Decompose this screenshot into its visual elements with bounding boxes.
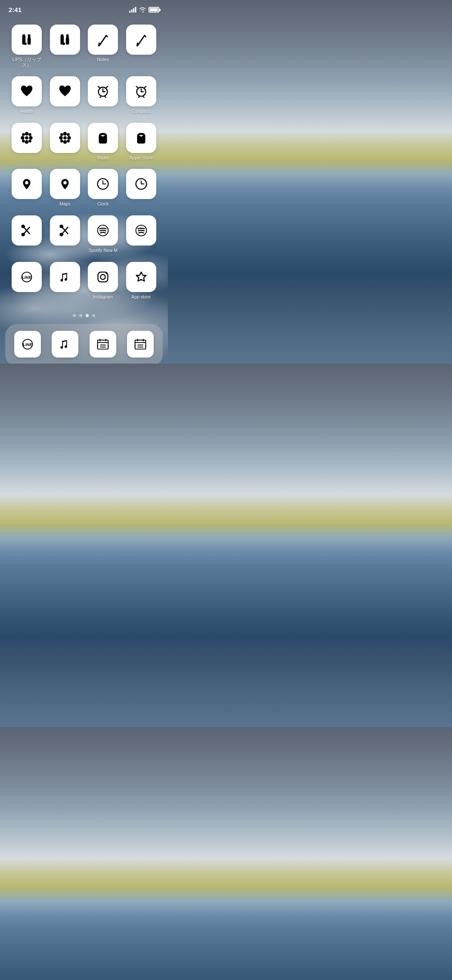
svg-line-22 xyxy=(144,36,146,37)
maps-icon-1[interactable] xyxy=(12,169,42,199)
dock-line-icon[interactable]: LINE xyxy=(14,331,41,358)
app-flower-2[interactable] xyxy=(46,119,84,164)
capcut-icon-2[interactable] xyxy=(50,215,80,246)
svg-point-35 xyxy=(21,136,25,140)
app-maps-1[interactable] xyxy=(8,165,46,210)
svg-rect-12 xyxy=(61,34,63,37)
svg-point-36 xyxy=(29,136,33,140)
spotify-icon-2[interactable] xyxy=(126,215,156,246)
app-wallet[interactable]: Wallet xyxy=(84,119,122,164)
dock-calendar-icon-1[interactable] xyxy=(90,331,116,358)
capcut-icon-1[interactable] xyxy=(12,215,42,246)
app-capcut-1[interactable] xyxy=(8,212,46,257)
svg-line-21 xyxy=(138,36,144,45)
music-icon-1[interactable] xyxy=(50,262,80,292)
lips-icon-2[interactable] xyxy=(50,25,80,55)
svg-rect-2 xyxy=(133,8,134,12)
compass-icon[interactable] xyxy=(126,76,156,106)
flower-icon-1[interactable] xyxy=(12,123,42,153)
wallet-icon[interactable] xyxy=(88,123,118,153)
home-screen: 2:41 xyxy=(0,0,168,364)
app-instagram-label: Instagram xyxy=(93,294,113,300)
svg-line-25 xyxy=(137,44,138,45)
svg-point-39 xyxy=(22,140,25,143)
app-spotify-2[interactable] xyxy=(122,212,161,257)
svg-point-73 xyxy=(101,274,105,279)
svg-point-38 xyxy=(29,133,32,136)
app-capcut-2[interactable] xyxy=(46,212,84,257)
dock-line[interactable]: LINE xyxy=(9,328,46,362)
app-music-1[interactable] xyxy=(46,258,84,303)
spotify-icon-1[interactable] xyxy=(88,215,118,246)
app-health-1-label: Health xyxy=(20,109,33,114)
app-flower-1[interactable] xyxy=(8,119,46,164)
app-appstore[interactable]: App store xyxy=(122,258,161,303)
app-apple-store-label: Apple Store xyxy=(129,155,153,161)
app-lips-2[interactable] xyxy=(46,21,84,71)
app-line-1[interactable]: LINE xyxy=(8,258,46,303)
dock-music-icon[interactable] xyxy=(52,331,78,358)
svg-point-48 xyxy=(60,140,63,143)
app-lips-1-label: LIPS（リップス） xyxy=(11,57,43,68)
page-dot-2[interactable] xyxy=(79,314,82,317)
instagram-icon[interactable] xyxy=(88,262,118,292)
app-notes-2[interactable] xyxy=(122,21,161,71)
app-instagram[interactable]: Instagram xyxy=(84,258,122,303)
wifi-icon xyxy=(139,7,146,12)
app-clock-1-label: Clock xyxy=(97,201,108,207)
app-clock-2[interactable] xyxy=(122,165,161,210)
svg-point-49 xyxy=(67,140,70,143)
app-spotify-1-label: Spotify New M xyxy=(88,248,118,253)
svg-point-34 xyxy=(25,140,29,144)
alarm-icon-1[interactable] xyxy=(88,76,118,106)
svg-point-45 xyxy=(67,136,71,140)
line-icon-1[interactable]: LINE xyxy=(12,262,42,292)
app-notes-1[interactable]: Notes xyxy=(84,21,122,71)
svg-rect-6 xyxy=(23,34,25,37)
clock-icon-1[interactable] xyxy=(88,169,118,199)
svg-line-16 xyxy=(100,36,106,45)
app-maps-2[interactable]: Maps xyxy=(46,165,84,210)
app-clock-1[interactable]: Clock xyxy=(84,165,122,210)
flower-icon-2[interactable] xyxy=(50,123,80,153)
svg-point-41 xyxy=(63,136,67,140)
app-appstore-label: App store xyxy=(131,294,151,300)
page-dot-4[interactable] xyxy=(92,314,95,317)
dock-calendar-1[interactable] xyxy=(84,328,122,362)
app-spotify-1[interactable]: Spotify New M xyxy=(84,212,122,257)
health-icon-1[interactable] xyxy=(12,76,42,106)
svg-point-52 xyxy=(25,181,28,185)
notes-icon-1[interactable] xyxy=(88,25,118,55)
svg-point-53 xyxy=(63,181,67,185)
app-grid: LIPS（リップス） xyxy=(0,17,168,307)
app-lips-1[interactable]: LIPS（リップス） xyxy=(8,21,46,71)
svg-rect-8 xyxy=(28,34,31,39)
page-dot-1[interactable] xyxy=(73,314,76,317)
lips-icon-1[interactable] xyxy=(12,25,42,55)
svg-point-40 xyxy=(29,140,32,143)
svg-line-17 xyxy=(106,36,108,37)
svg-text:LINE: LINE xyxy=(22,274,31,279)
app-compass[interactable]: Compass xyxy=(122,73,161,118)
page-dot-3[interactable] xyxy=(86,314,89,317)
app-health-2[interactable] xyxy=(46,73,84,118)
dock-music[interactable] xyxy=(46,328,84,362)
app-wallet-label: Wallet xyxy=(97,155,109,161)
maps-icon-2[interactable] xyxy=(50,169,80,199)
notes-icon-2[interactable] xyxy=(126,25,156,55)
clock-icon-2[interactable] xyxy=(126,169,156,199)
svg-point-32 xyxy=(25,136,28,140)
app-health-1[interactable]: Health xyxy=(8,73,46,118)
svg-point-51 xyxy=(140,135,142,137)
svg-rect-1 xyxy=(131,9,133,12)
app-maps-2-label: Maps xyxy=(59,201,71,207)
svg-point-46 xyxy=(60,133,63,136)
dock-calendar-2[interactable] xyxy=(122,328,160,362)
appstore-icon[interactable] xyxy=(126,262,156,292)
health-icon-2[interactable] xyxy=(50,76,80,106)
apple-store-icon[interactable] xyxy=(126,123,156,153)
page-dots xyxy=(0,307,168,322)
app-apple-store[interactable]: Apple Store xyxy=(122,119,161,164)
dock-calendar-icon-2[interactable] xyxy=(127,331,154,358)
app-alarm-1[interactable] xyxy=(84,73,122,118)
